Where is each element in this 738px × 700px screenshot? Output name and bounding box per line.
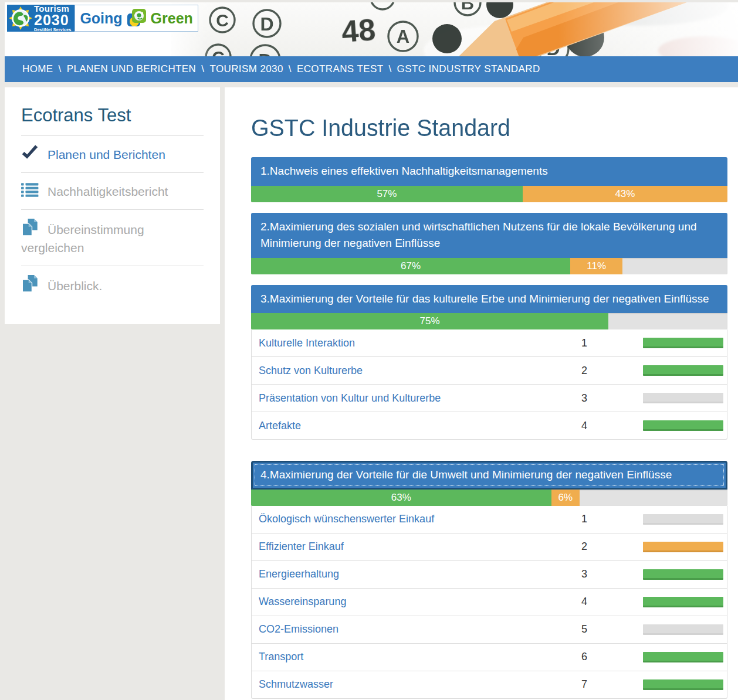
row-status-bar bbox=[643, 393, 723, 403]
criterion-progress-bar: 57% 43% bbox=[251, 186, 727, 202]
criterion-title: 4.Maximierung der Vorteile für die Umwel… bbox=[260, 468, 672, 481]
row-number: 4 bbox=[567, 596, 602, 608]
row-link[interactable]: Ökologisch wünschenswerter Einkauf bbox=[259, 513, 567, 525]
copy-icon bbox=[21, 275, 39, 290]
progress-green-label: 57% bbox=[377, 188, 397, 200]
sidebar-item-label: Überblick. bbox=[48, 279, 102, 293]
breadcrumb-link[interactable]: PLANEN UND BERICHTEN bbox=[67, 63, 197, 75]
table-row: Kulturelle Interaktion 1 bbox=[252, 329, 727, 356]
breadcrumb-link[interactable]: ECOTRANS TEST bbox=[297, 63, 384, 75]
svg-text:C: C bbox=[216, 11, 229, 30]
criterion-header[interactable]: 4.Maximierung der Vorteile für die Umwel… bbox=[251, 461, 727, 490]
row-number: 1 bbox=[567, 337, 602, 349]
row-status-bar bbox=[643, 624, 723, 635]
breadcrumb: HOME\PLANEN UND BERICHTEN\TOURISM 2030\E… bbox=[5, 56, 738, 82]
logo-word-going: Going bbox=[80, 10, 122, 27]
sidebar-item-bereinstimmung-vergleichen[interactable]: Übereinstimmung vergleichen bbox=[21, 209, 204, 266]
row-link[interactable]: Energieerhaltung bbox=[259, 568, 567, 580]
progress-green-segment: 67% bbox=[251, 258, 570, 274]
criterion-title: 1.Nachweis eines effektiven Nachhaltigke… bbox=[260, 165, 548, 177]
row-link[interactable]: CO2-Emissionen bbox=[259, 623, 567, 636]
criterion-header[interactable]: 2.Maximierung des sozialen und wirtschaf… bbox=[251, 213, 727, 258]
progress-green-label: 67% bbox=[401, 260, 421, 272]
page: Tourism 2030 DestiNet Services Going Gre… bbox=[0, 0, 738, 700]
criterion-header[interactable]: 1.Nachweis eines effektiven Nachhaltigke… bbox=[251, 157, 727, 186]
breadcrumb-separator: \ bbox=[388, 63, 391, 75]
svg-text:D: D bbox=[260, 13, 273, 35]
top-header: Tourism 2030 DestiNet Services Going Gre… bbox=[5, 2, 738, 56]
row-link[interactable]: Artefakte bbox=[259, 420, 567, 432]
row-number: 7 bbox=[567, 678, 602, 691]
breadcrumb-separator: \ bbox=[59, 63, 62, 75]
criterion-panel: 1.Nachweis eines effektiven Nachhaltigke… bbox=[251, 157, 727, 202]
row-number: 3 bbox=[567, 568, 602, 580]
svg-text:C: C bbox=[212, 47, 225, 56]
row-status-bar bbox=[643, 542, 723, 552]
sidebar-item-label: Planen und Berichten bbox=[48, 148, 165, 161]
criterion-rows-table: Kulturelle Interaktion 1 Schutz von Kult… bbox=[251, 329, 727, 440]
list-icon bbox=[21, 182, 39, 197]
criterion-rows-table: Ökologisch wünschenswerter Einkauf 1 Eff… bbox=[251, 506, 727, 699]
progress-orange-label: 6% bbox=[558, 492, 573, 504]
logo-word-2030: 2030 bbox=[34, 13, 71, 28]
criterion-panel: 4.Maximierung der Vorteile für die Umwel… bbox=[251, 461, 727, 699]
row-status-bar bbox=[643, 514, 723, 525]
going-green-icon bbox=[125, 6, 148, 30]
progress-orange-label: 11% bbox=[587, 260, 606, 272]
row-status-bar bbox=[643, 679, 723, 690]
svg-text:A: A bbox=[397, 26, 409, 47]
criterion-panel: 3.Maximierung der Vorteile für das kultu… bbox=[251, 285, 727, 440]
table-row: Energieerhaltung 3 bbox=[252, 560, 727, 588]
sidebar-item-nachhaltigkeitsbericht[interactable]: Nachhaltigkeitsbericht bbox=[21, 172, 204, 209]
row-number: 1 bbox=[567, 513, 602, 525]
row-number: 3 bbox=[567, 392, 602, 405]
tourism-2030-logo: Tourism 2030 DestiNet Services bbox=[7, 5, 75, 32]
row-link[interactable]: Schmutzwasser bbox=[259, 678, 567, 691]
row-link[interactable]: Schutz von Kulturerbe bbox=[259, 365, 567, 377]
banner-photo: C D C D A B D 48 bbox=[171, 2, 738, 56]
svg-text:B: B bbox=[461, 2, 474, 13]
breadcrumb-separator: \ bbox=[289, 63, 292, 75]
sidebar-item-berblick[interactable]: Überblick. bbox=[21, 266, 204, 304]
row-number: 6 bbox=[567, 651, 602, 663]
progress-green-label: 75% bbox=[419, 315, 439, 327]
criterion-progress-bar: 63% 6% bbox=[251, 490, 727, 506]
row-number: 4 bbox=[567, 420, 602, 432]
criterion-title: 2.Maximierung des sozialen und wirtschaf… bbox=[260, 220, 697, 250]
progress-orange-segment: 11% bbox=[570, 258, 622, 274]
breadcrumb-link[interactable]: TOURISM 2030 bbox=[209, 63, 283, 75]
table-row: Artefakte 4 bbox=[252, 412, 727, 439]
svg-text:D: D bbox=[258, 50, 272, 56]
main-panel: GSTC Industrie Standard 1.Nachweis eines… bbox=[225, 87, 738, 700]
table-row: Effizienter Einkauf 2 bbox=[252, 533, 727, 560]
table-row: Schutz von Kulturerbe 2 bbox=[252, 356, 727, 384]
breadcrumb-separator: \ bbox=[201, 63, 204, 75]
row-number: 5 bbox=[567, 623, 602, 636]
criterion-progress-bar: 75% bbox=[251, 313, 727, 329]
row-status-bar bbox=[643, 652, 723, 662]
row-link[interactable]: Präsentation von Kultur und Kulturerbe bbox=[259, 392, 567, 405]
progress-green-label: 63% bbox=[391, 492, 411, 504]
progress-green-segment: 63% bbox=[251, 490, 551, 506]
row-link[interactable]: Effizienter Einkauf bbox=[259, 541, 567, 553]
row-link[interactable]: Wassereinsparung bbox=[259, 596, 567, 608]
row-link[interactable]: Transport bbox=[259, 651, 567, 663]
svg-text:48: 48 bbox=[340, 12, 377, 49]
going-green-logo: Going Green bbox=[75, 5, 198, 32]
criterion-header[interactable]: 3.Maximierung der Vorteile für das kultu… bbox=[251, 285, 727, 314]
breadcrumb-link[interactable]: GSTC INDUSTRY STANDARD bbox=[397, 63, 540, 75]
progress-orange-segment: 43% bbox=[523, 186, 727, 202]
row-status-bar bbox=[643, 420, 723, 431]
sidebar-item-planen-und-berichten[interactable]: Planen und Berichten bbox=[21, 135, 204, 172]
content-area: Ecotrans Test Planen und BerichtenNachha… bbox=[5, 87, 738, 700]
sidebar-item-label: Übereinstimmung vergleichen bbox=[21, 223, 144, 254]
row-link[interactable]: Kulturelle Interaktion bbox=[259, 337, 567, 349]
table-row: Wassereinsparung 4 bbox=[252, 588, 727, 616]
site-logo[interactable]: Tourism 2030 DestiNet Services Going Gre… bbox=[7, 5, 198, 32]
table-row: Ökologisch wünschenswerter Einkauf 1 bbox=[252, 506, 727, 533]
progress-orange-label: 43% bbox=[615, 188, 635, 200]
row-status-bar bbox=[643, 338, 723, 348]
table-row: Transport 6 bbox=[252, 643, 727, 671]
row-number: 2 bbox=[567, 365, 602, 377]
breadcrumb-link[interactable]: HOME bbox=[22, 63, 53, 75]
